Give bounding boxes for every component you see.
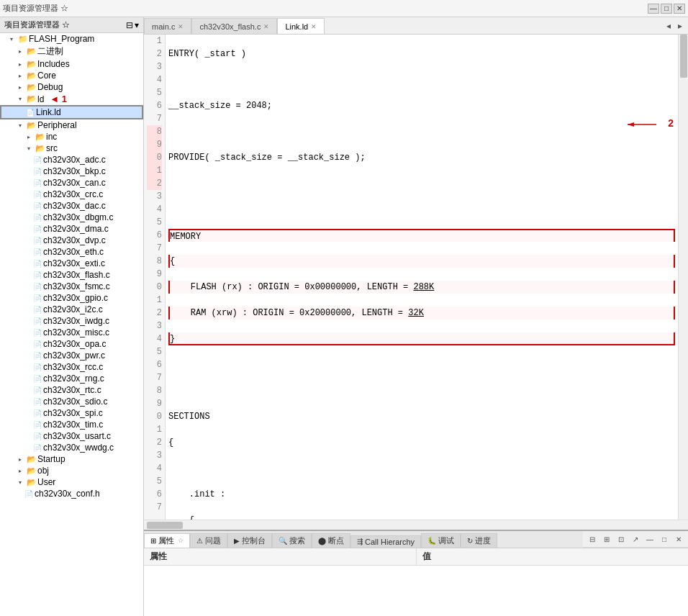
tab-link-ld[interactable]: Link.ld ✕ (277, 18, 325, 34)
debug-icon: 🐛 (427, 537, 436, 545)
toolbar-btn-3[interactable]: ⊡ (615, 533, 628, 545)
folder-icon: 📂 (26, 47, 37, 57)
list-item[interactable]: 📄ch32v30x_pwr.c (0, 350, 143, 361)
toolbar-btn-1[interactable]: ⊟ (586, 533, 599, 545)
tab-label: 断点 (328, 535, 344, 546)
tab-label: ch32v30x_flash.c (199, 22, 261, 31)
scroll-left-icon[interactable]: ◂ (664, 18, 674, 34)
tab-label: 问题 (205, 535, 221, 546)
horizontal-scrollbar[interactable] (144, 520, 688, 530)
h-scrollbar-thumb[interactable] (147, 522, 183, 529)
sidebar-item-conf[interactable]: 📄 ch32v30x_conf.h (0, 488, 143, 499)
sidebar-item-user[interactable]: ▾ 📂 User (0, 476, 143, 488)
tab-close-icon[interactable]: ✕ (263, 23, 269, 30)
scroll-right-icon[interactable]: ▸ (675, 18, 685, 34)
list-item[interactable]: 📄ch32v30x_rcc.c (0, 361, 143, 373)
tab-search[interactable]: 🔍 搜索 (272, 533, 312, 548)
properties-content (144, 566, 688, 616)
tab-label: Link.ld (285, 22, 308, 31)
tab-debug[interactable]: 🐛 调试 (421, 533, 461, 548)
tab-properties[interactable]: ⊞ 属性 ☆ (144, 533, 190, 548)
list-item[interactable]: 📄ch32v30x_iwdg.c (0, 315, 143, 327)
tab-console[interactable]: ▶ 控制台 (227, 533, 272, 548)
file-c-icon: 📄 (32, 166, 43, 176)
toolbar-close[interactable]: ✕ (672, 533, 685, 545)
sidebar-item-src[interactable]: ▾ 📂 src (0, 142, 143, 154)
tab-label: 属性 (158, 535, 174, 546)
list-item[interactable]: 📄ch32v30x_sdio.c (0, 396, 143, 407)
list-item[interactable]: 📄ch32v30x_dma.c (0, 223, 143, 235)
list-item[interactable]: 📄ch32v30x_adc.c (0, 154, 143, 166)
tab-call-hierarchy[interactable]: ⇶ Call Hierarchy (350, 535, 421, 548)
tab-problems[interactable]: ⚠ 问题 (190, 533, 227, 548)
tab-progress[interactable]: ↻ 进度 (461, 533, 497, 548)
close-button[interactable]: ✕ (674, 4, 685, 14)
tab-close-icon[interactable]: ✕ (178, 23, 184, 30)
sidebar-collapse-icon[interactable]: ⊟ (126, 20, 133, 30)
list-item[interactable]: 📄ch32v30x_fsmc.c (0, 281, 143, 292)
tab-close-icon[interactable]: ✕ (311, 23, 317, 30)
prop-value-header: 值 (417, 548, 689, 565)
list-item[interactable]: 📄ch32v30x_opa.c (0, 338, 143, 350)
sidebar-item-ld[interactable]: ▾ 📂 ld ◄ 1 (0, 93, 143, 105)
list-item[interactable]: 📄ch32v30x_flash.c (0, 269, 143, 281)
folder-icon: 📂 (26, 120, 37, 130)
minimize-button[interactable]: — (648, 4, 659, 14)
list-item[interactable]: 📄ch32v30x_i2c.c (0, 304, 143, 315)
list-item[interactable]: 📄ch32v30x_wwdg.c (0, 442, 143, 453)
list-item[interactable]: 📄ch32v30x_can.c (0, 177, 143, 189)
sidebar-item-flash-program[interactable]: ▾ 📁 FLASH_Program (0, 33, 143, 45)
window-controls[interactable]: — □ ✕ (648, 4, 685, 14)
sidebar-item-label: ch32v30x_conf.h (35, 489, 100, 499)
sidebar-item-obj[interactable]: ▸ 📂 obj (0, 465, 143, 476)
list-item[interactable]: 📄ch32v30x_rtc.c (0, 384, 143, 396)
tab-flash-c[interactable]: ch32v30x_flash.c ✕ (191, 18, 277, 34)
sidebar-item-startup[interactable]: ▸ 📂 Startup (0, 453, 143, 465)
code-content[interactable]: ENTRY( _start ) __stack_size = 2048; PRO… (166, 35, 678, 520)
list-item[interactable]: 📄ch32v30x_gpio.c (0, 292, 143, 304)
code-line-5: PROVIDE( _stack_size = __stack_size ); (168, 151, 675, 164)
code-line-1: ENTRY( _start ) (168, 47, 675, 60)
scrollbar-thumb[interactable] (680, 35, 687, 78)
sidebar-item-peripheral[interactable]: ▾ 📂 Peripheral (0, 119, 143, 131)
toolbar-btn-4[interactable]: ↗ (629, 533, 642, 545)
list-item[interactable]: 📄ch32v30x_crc.c (0, 189, 143, 200)
list-item[interactable]: 📄ch32v30x_dac.c (0, 200, 143, 212)
list-item[interactable]: 📄ch32v30x_bkp.c (0, 166, 143, 177)
code-line-9: { (168, 255, 675, 268)
sidebar-item-core[interactable]: ▸ 📂 Core (0, 70, 143, 81)
tab-breakpoints[interactable]: ⬤ 断点 (312, 533, 350, 548)
sidebar-item-inc[interactable]: ▸ 📂 inc (0, 131, 143, 142)
file-c-icon: 📄 (32, 316, 43, 326)
list-item[interactable]: 📄ch32v30x_rng.c (0, 373, 143, 384)
toolbar-minimize[interactable]: — (643, 533, 656, 545)
toolbar-btn-2[interactable]: ⊞ (600, 533, 613, 545)
sidebar-item-label: Core (37, 71, 56, 81)
list-item[interactable]: 📄ch32v30x_spi.c (0, 407, 143, 419)
toolbar-maximize[interactable]: □ (658, 533, 671, 545)
list-item[interactable]: 📄ch32v30x_tim.c (0, 419, 143, 430)
sidebar-item-linkld[interactable]: 📄 Link.ld (0, 105, 143, 119)
file-c-icon: 📄 (32, 420, 43, 430)
sidebar-title: 项目资源管理器 ☆ (4, 19, 70, 30)
sidebar-item-includes[interactable]: ▸ 📂 Includes (0, 58, 143, 70)
list-item[interactable]: 📄ch32v30x_dbgm.c (0, 212, 143, 223)
list-item[interactable]: 📄ch32v30x_dvp.c (0, 235, 143, 246)
sidebar-menu-icon[interactable]: ▾ (135, 20, 139, 30)
sidebar-item-binary[interactable]: ▸ 📂 二进制 (0, 45, 143, 58)
list-item[interactable]: 📄ch32v30x_eth.c (0, 246, 143, 258)
file-c-icon: 📄 (32, 235, 43, 245)
code-line-7 (168, 203, 675, 216)
file-c-icon: 📄 (32, 201, 43, 211)
list-item[interactable]: 📄ch32v30x_usart.c (0, 430, 143, 442)
vertical-scrollbar[interactable] (678, 35, 688, 520)
list-item[interactable]: 📄ch32v30x_misc.c (0, 327, 143, 338)
sidebar-item-debug[interactable]: ▸ 📂 Debug (0, 81, 143, 93)
code-editor[interactable]: 12345 67 8 9 0 1 2 34567 89012 34567 890… (144, 35, 688, 520)
list-item[interactable]: 📄ch32v30x_exti.c (0, 258, 143, 269)
tab-main-c[interactable]: main.c ✕ (144, 18, 191, 34)
code-line-6 (168, 177, 675, 190)
code-line-15: SECTIONS (168, 410, 675, 423)
file-c-icon: 📄 (32, 385, 43, 395)
maximize-button[interactable]: □ (661, 4, 672, 14)
